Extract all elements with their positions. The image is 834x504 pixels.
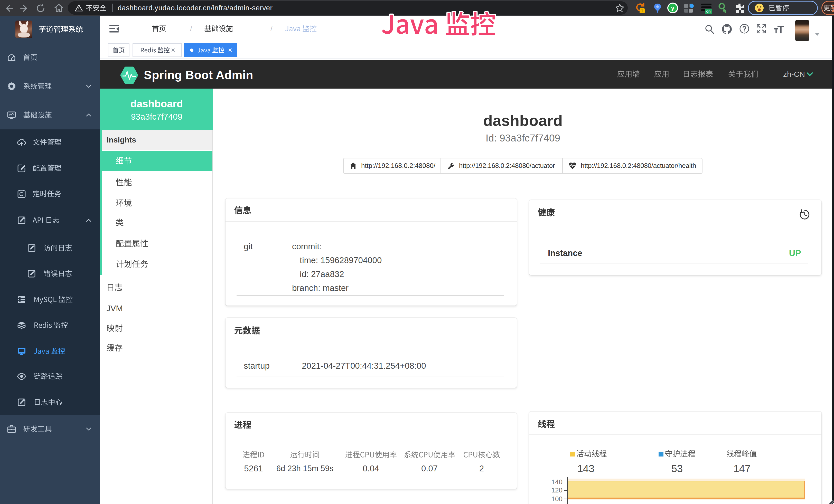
svg-text:on: on <box>706 9 710 13</box>
svg-text:1: 1 <box>641 9 643 13</box>
svg-text:y: y <box>671 4 675 11</box>
